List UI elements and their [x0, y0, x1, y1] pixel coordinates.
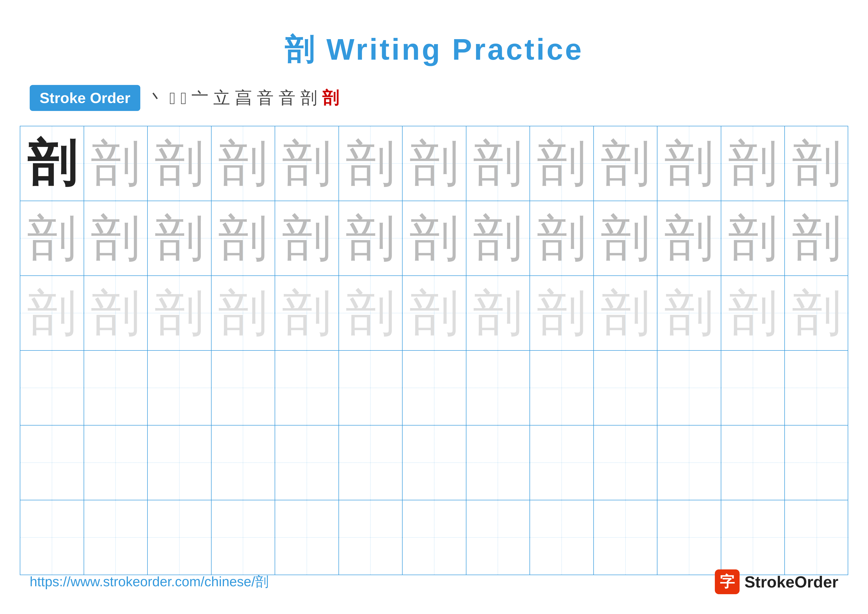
- grid-cell[interactable]: 剖: [148, 276, 212, 350]
- grid-cell[interactable]: [721, 351, 785, 425]
- grid-cell[interactable]: [148, 426, 212, 500]
- grid-cell[interactable]: [785, 426, 849, 500]
- char-light: 剖: [601, 288, 650, 338]
- grid-cell[interactable]: [467, 500, 530, 575]
- grid-cell[interactable]: 剖: [84, 201, 148, 275]
- grid-cell[interactable]: [212, 500, 275, 575]
- grid-cell[interactable]: 剖: [530, 276, 594, 350]
- char-medium: 剖: [537, 139, 586, 188]
- char-medium: 剖: [91, 139, 140, 188]
- grid-cell[interactable]: [594, 426, 658, 500]
- grid-cell[interactable]: [657, 426, 721, 500]
- grid-cell[interactable]: [339, 500, 403, 575]
- grid-cell[interactable]: [594, 500, 658, 575]
- grid-cell[interactable]: 剖: [84, 126, 148, 201]
- grid-cell[interactable]: 剖: [657, 201, 721, 275]
- grid-cell[interactable]: 剖: [20, 201, 84, 275]
- grid-cell[interactable]: 剖: [403, 276, 467, 350]
- grid-cell[interactable]: [530, 426, 594, 500]
- grid-cell[interactable]: 剖: [20, 276, 84, 350]
- grid-cell[interactable]: [212, 351, 275, 425]
- grid-cell[interactable]: 剖: [148, 126, 212, 201]
- grid-cell[interactable]: [530, 351, 594, 425]
- grid-cell[interactable]: 剖: [212, 276, 275, 350]
- grid-cell[interactable]: 剖: [721, 276, 785, 350]
- grid-cell[interactable]: 剖: [403, 201, 467, 275]
- grid-cell[interactable]: 剖: [467, 201, 530, 275]
- grid-cell[interactable]: [467, 351, 530, 425]
- grid-cell[interactable]: [594, 351, 658, 425]
- grid-cell[interactable]: [657, 500, 721, 575]
- grid-cell[interactable]: 剖: [594, 126, 658, 201]
- grid-cell[interactable]: [530, 500, 594, 575]
- grid-cell[interactable]: [785, 351, 849, 425]
- stroke-4: 亠: [192, 87, 208, 109]
- grid-cell[interactable]: [403, 426, 467, 500]
- grid-cell[interactable]: 剖: [721, 126, 785, 201]
- strokeorder-icon: 字: [715, 569, 739, 594]
- grid-cell[interactable]: [657, 351, 721, 425]
- grid-cell[interactable]: 剖: [594, 201, 658, 275]
- grid-cell[interactable]: 剖: [403, 126, 467, 201]
- stroke-9: 剖: [301, 87, 317, 109]
- grid-cell[interactable]: 剖: [657, 276, 721, 350]
- grid-cell[interactable]: 剖: [530, 201, 594, 275]
- grid-row-3: 剖 剖 剖 剖 剖 剖 剖 剖 剖 剖 剖 剖 剖: [20, 276, 848, 351]
- stroke-6: 亯: [235, 87, 252, 109]
- stroke-order-section: Stroke Order 丶 𠃌 𠃌 亠 立 亯 音 音 剖 剖: [0, 85, 868, 111]
- grid-cell[interactable]: 剖: [657, 126, 721, 201]
- grid-cell[interactable]: [84, 351, 148, 425]
- char-dark: 剖: [27, 139, 77, 188]
- grid-cell[interactable]: [275, 351, 339, 425]
- grid-cell[interactable]: 剖: [467, 276, 530, 350]
- grid-cell[interactable]: 剖: [275, 276, 339, 350]
- grid-cell[interactable]: [212, 426, 275, 500]
- grid-cell[interactable]: [339, 351, 403, 425]
- grid-cell[interactable]: 剖: [20, 126, 84, 201]
- grid-cell[interactable]: [148, 351, 212, 425]
- grid-cell[interactable]: 剖: [339, 201, 403, 275]
- grid-cell[interactable]: [721, 426, 785, 500]
- footer-logo-text: StrokeOrder: [744, 573, 838, 591]
- grid-cell[interactable]: 剖: [275, 201, 339, 275]
- char-medium: 剖: [282, 139, 332, 188]
- char-light: 剖: [473, 288, 522, 338]
- grid-cell[interactable]: 剖: [212, 126, 275, 201]
- char-medium: 剖: [346, 139, 395, 188]
- stroke-7: 音: [257, 87, 274, 109]
- grid-cell[interactable]: [20, 500, 84, 575]
- char-light: 剖: [27, 288, 77, 338]
- grid-cell[interactable]: [403, 500, 467, 575]
- grid-cell[interactable]: [275, 426, 339, 500]
- grid-cell[interactable]: 剖: [275, 126, 339, 201]
- grid-cell[interactable]: [403, 351, 467, 425]
- grid-cell[interactable]: 剖: [339, 126, 403, 201]
- grid-cell[interactable]: 剖: [339, 276, 403, 350]
- grid-cell[interactable]: 剖: [594, 276, 658, 350]
- char-medium: 剖: [27, 213, 77, 263]
- grid-cell[interactable]: [148, 500, 212, 575]
- grid-cell[interactable]: 剖: [530, 126, 594, 201]
- grid-cell[interactable]: [467, 426, 530, 500]
- grid-cell[interactable]: 剖: [721, 201, 785, 275]
- char-medium: 剖: [155, 139, 204, 188]
- grid-cell[interactable]: 剖: [785, 126, 849, 201]
- grid-cell[interactable]: 剖: [84, 276, 148, 350]
- char-light: 剖: [664, 288, 714, 338]
- practice-grid: 剖 剖 剖 剖 剖 剖 剖 剖 剖 剖 剖 剖 剖 剖 剖 剖 剖 剖 剖 剖 …: [20, 126, 848, 575]
- grid-cell[interactable]: 剖: [148, 201, 212, 275]
- grid-cell[interactable]: 剖: [785, 201, 849, 275]
- stroke-5: 立: [213, 87, 230, 109]
- grid-cell[interactable]: 剖: [467, 126, 530, 201]
- grid-cell[interactable]: [20, 426, 84, 500]
- grid-cell[interactable]: 剖: [212, 201, 275, 275]
- grid-cell[interactable]: [339, 426, 403, 500]
- grid-cell[interactable]: 剖: [785, 276, 849, 350]
- grid-cell[interactable]: [84, 426, 148, 500]
- grid-cell[interactable]: [20, 351, 84, 425]
- grid-cell[interactable]: [275, 500, 339, 575]
- grid-cell[interactable]: [785, 500, 849, 575]
- grid-cell[interactable]: [721, 500, 785, 575]
- char-medium: 剖: [664, 213, 714, 263]
- grid-cell[interactable]: [84, 500, 148, 575]
